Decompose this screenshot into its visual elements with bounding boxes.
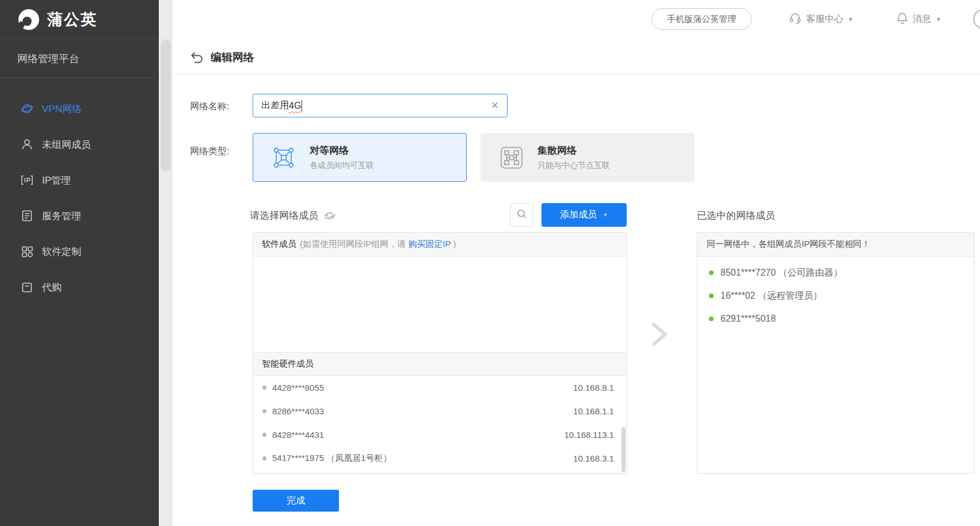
platform-label: 网络管理平台 [0,39,159,78]
sidebar: 蒲公英 网络管理平台 VPN网络 [0,0,159,526]
select-members-label: 请选择网络成员 [250,209,335,222]
avatar[interactable] [973,9,980,29]
service-list-icon [21,209,33,222]
sidebar-item-label: 代购 [42,281,62,294]
text-cursor [302,100,302,112]
member-row[interactable]: 8286****4033 10.168.1.1 [253,399,627,423]
selected-member-row[interactable]: 8501****7270 （公司路由器） [697,261,974,284]
search-button[interactable] [510,203,533,227]
sidebar-item-software-custom[interactable]: 软件定制 [0,234,159,269]
member-list-panel: 软件成员 (如需使用同网段IP组网，请 购买固定IP ) 智能硬件成员 4428… [253,232,627,474]
service-center-menu[interactable]: 客服中心 ▼ [789,12,853,26]
online-dot [709,294,714,298]
peer-network-title: 对等网络 [310,144,374,157]
vpn-globe-icon [21,102,33,115]
network-type-hub-card[interactable]: 集散网络 只能与中心节点互联 [481,133,695,182]
dandelion-logo-icon [17,8,40,31]
online-dot [709,270,714,275]
sidebar-item-label: 服务管理 [42,209,81,223]
mesh-network-icon [270,144,297,171]
status-dot [262,386,266,390]
selected-member-row[interactable]: 16****02 （远程管理员） [697,284,974,307]
sidebar-item-ungrouped-members[interactable]: 未组网成员 [0,127,159,162]
hardware-members-header: 智能硬件成员 [253,352,627,376]
ip-brackets-icon [21,174,33,186]
network-type-label: 网络类型: [190,146,229,158]
hub-network-title: 集散网络 [537,144,610,157]
sidebar-item-vpn-network[interactable]: VPN网络 [0,91,159,127]
sidebar-menu: VPN网络 未组网成员 [0,78,159,305]
peer-network-desc: 各成员间均可互联 [310,161,374,171]
software-members-empty-area [253,257,627,352]
purchase-bag-icon [21,281,33,294]
brand-name: 蒲公英 [47,9,97,30]
selected-members-panel: 同一网络中，各组网成员IP网段不能相同！ 8501****7270 （公司路由器… [697,232,974,474]
sidebar-item-label: VPN网络 [42,102,82,116]
network-name-value-misspelled: 4G [289,101,301,111]
app-root: 蒲公英 网络管理平台 VPN网络 [0,0,980,526]
software-members-header: 软件成员 (如需使用同网段IP组网，请 购买固定IP ) [253,232,627,257]
clear-input-icon[interactable]: ✕ [491,100,499,112]
network-type-peer-card[interactable]: 对等网络 各成员间均可互联 [253,133,467,182]
member-row[interactable]: 4428****8055 10.168.8.1 [253,376,627,399]
chevron-down-icon: ▼ [936,16,941,22]
ip-warning-header: 同一网络中，各组网成员IP网段不能相同！ [697,232,974,257]
sidebar-item-label: 未组网成员 [42,138,91,151]
messages-menu[interactable]: 消息 ▼ [897,12,941,26]
member-row[interactable]: 8428****4431 10.168.113.1 [253,423,627,447]
topbar: 手机版蒲公英管理 客服中心 ▼ [173,0,980,38]
add-member-button[interactable]: 添加成员 ▼ [542,203,627,227]
back-icon[interactable] [190,51,204,64]
search-icon [517,209,527,222]
sidebar-item-label: 软件定制 [42,245,81,258]
chevron-down-icon: ▼ [603,212,608,218]
bell-icon [897,12,908,26]
service-center-label: 客服中心 [806,13,843,25]
brand-logo[interactable]: 蒲公英 [0,0,159,39]
headset-icon [789,12,802,26]
network-name-label: 网络名称: [190,101,229,113]
sidebar-item-service-management[interactable]: 服务管理 [0,198,159,234]
hub-network-desc: 只能与中心节点互联 [537,161,610,171]
divider [173,74,980,74]
list-scrollbar-thumb[interactable] [621,427,626,472]
network-name-input[interactable]: 出差用4G ✕ [253,94,508,117]
finish-button[interactable]: 完成 [253,490,339,512]
online-dot [709,317,714,321]
sidebar-item-label: IP管理 [42,174,71,187]
sidebar-item-purchasing[interactable]: 代购 [0,269,159,305]
page-scrollbar-thumb[interactable] [161,39,171,171]
page-scrollbar-track[interactable] [159,0,173,526]
selected-members-label: 已选中的网络成员 [697,209,775,222]
page-header: 编辑网络 [173,38,980,74]
network-name-value: 出差用 [261,100,289,112]
eye-off-icon[interactable] [324,211,335,220]
status-dot [262,456,266,460]
chevron-down-icon: ▼ [848,16,853,22]
hub-network-icon [498,144,525,171]
modules-icon [21,245,33,258]
buy-fixed-ip-link[interactable]: 购买固定IP [408,239,451,249]
page-title: 编辑网络 [211,50,254,65]
mobile-manage-button[interactable]: 手机版蒲公英管理 [651,8,752,30]
selected-member-row[interactable]: 6291****5018 [697,307,974,330]
status-dot [262,433,266,437]
person-icon [21,138,33,151]
messages-label: 消息 [913,13,931,25]
status-dot [262,409,266,413]
chevron-right-icon [648,321,672,348]
member-row[interactable]: 5417****1975 （凤凰居1号柜） 10.168.3.1 [253,447,627,470]
sidebar-item-ip-management[interactable]: IP管理 [0,162,159,198]
